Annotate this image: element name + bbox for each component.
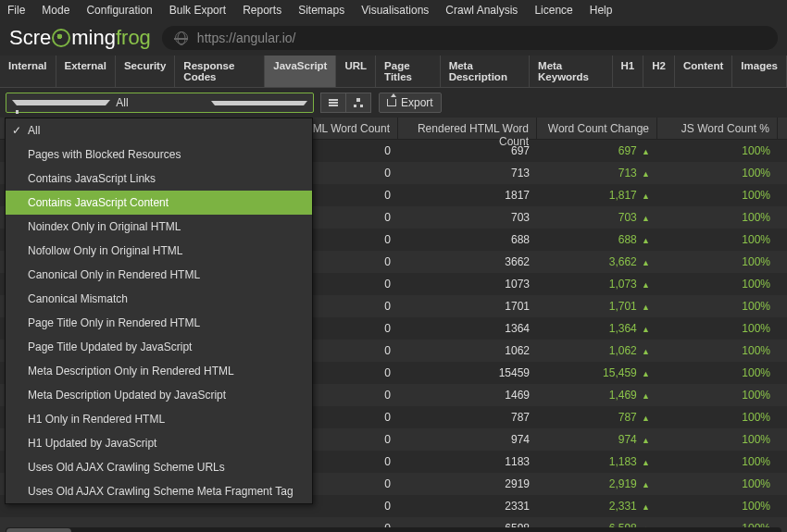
scrollbar-thumb[interactable] [6,528,71,532]
url-text: https://angular.io/ [197,31,296,45]
tab-url[interactable]: URL [336,56,376,87]
tab-meta-description[interactable]: Meta Description [441,56,530,87]
tab-internal[interactable]: Internal [0,56,56,87]
tab-content[interactable]: Content [675,56,732,87]
filter-option[interactable]: Contains JavaScript Links [6,167,312,191]
menu-visualisations[interactable]: Visualisations [361,4,429,17]
filter-option[interactable]: Uses Old AJAX Crawling Scheme URLs [6,455,312,479]
list-icon [329,102,338,104]
filter-option[interactable]: Canonical Mismatch [6,287,312,311]
filter-option[interactable]: Noindex Only in Original HTML [6,215,312,239]
filter-option[interactable]: Page Title Updated by JavaScript [6,335,312,359]
view-toggle [321,93,371,113]
header-bar: Scre ming frog https://angular.io/ [0,20,787,56]
filter-option[interactable]: Canonical Only in Rendered HTML [6,263,312,287]
tab-response-codes[interactable]: Response Codes [175,56,265,87]
tree-view-button[interactable] [345,93,371,113]
menu-crawl-analysis[interactable]: Crawl Analysis [445,4,518,17]
filter-label: All [116,96,205,109]
logo-text: Scre [9,26,51,50]
filter-option[interactable]: Pages with Blocked Resources [6,142,312,167]
globe-icon [175,31,188,44]
export-icon [387,99,396,106]
menu-sitemaps[interactable]: Sitemaps [298,4,344,17]
menu-help[interactable]: Help [590,4,613,17]
horizontal-scrollbar[interactable] [6,527,781,532]
tab-h1[interactable]: H1 [613,56,644,87]
logo: Scre ming frog [9,26,151,50]
tab-images[interactable]: Images [732,56,787,87]
filter-row: All Export [0,88,787,118]
filter-option[interactable]: H1 Only in Rendered HTML [6,407,312,431]
filter-option[interactable]: Meta Description Only in Rendered HTML [6,359,312,383]
url-input[interactable]: https://angular.io/ [162,26,778,50]
logo-brand: frog [116,26,151,50]
tree-icon [354,98,363,107]
filter-dropdown[interactable]: All [6,93,314,113]
filter-option[interactable]: Nofollow Only in Original HTML [6,239,312,263]
menu-file[interactable]: File [7,4,25,17]
tab-page-titles[interactable]: Page Titles [376,56,441,87]
col-change[interactable]: Word Count Change [537,118,657,139]
logo-text: ming [71,26,116,50]
menu-configuration[interactable]: Configuration [86,4,152,17]
filter-option[interactable]: Meta Description Updated by JavaScript [6,383,312,407]
filter-option[interactable]: H1 Updated by JavaScript [6,431,312,455]
tab-javascript[interactable]: JavaScript [265,56,336,87]
tab-security[interactable]: Security [116,56,175,87]
list-view-button[interactable] [320,93,346,113]
table-area: ML Word Count Rendered HTML Word Count W… [0,118,787,532]
col-rendered[interactable]: Rendered HTML Word Count [398,118,537,139]
menubar: FileModeConfigurationBulk ExportReportsS… [0,0,787,20]
tab-meta-keywords[interactable]: Meta Keywords [530,56,612,87]
tabs-row: InternalExternalSecurityResponse CodesJa… [0,56,787,88]
funnel-icon [12,100,110,105]
filter-option[interactable]: Page Title Only in Rendered HTML [6,311,312,335]
tab-h2[interactable]: H2 [643,56,675,87]
export-button[interactable]: Export [379,93,442,113]
filter-option[interactable]: All [6,118,312,142]
export-label: Export [401,96,433,109]
col-pct[interactable]: JS Word Count % [657,118,778,139]
caret-down-icon [211,101,307,105]
filter-dropdown-menu: AllPages with Blocked ResourcesContains … [5,118,313,504]
tab-external[interactable]: External [56,56,116,87]
filter-option[interactable]: Contains JavaScript Content [6,191,312,215]
filter-option[interactable]: Uses Old AJAX Crawling Scheme Meta Fragm… [6,479,312,503]
menu-bulk-export[interactable]: Bulk Export [169,4,226,17]
menu-mode[interactable]: Mode [42,4,69,17]
menu-reports[interactable]: Reports [243,4,281,17]
menu-licence[interactable]: Licence [534,4,572,17]
logo-frog-icon [52,29,70,47]
